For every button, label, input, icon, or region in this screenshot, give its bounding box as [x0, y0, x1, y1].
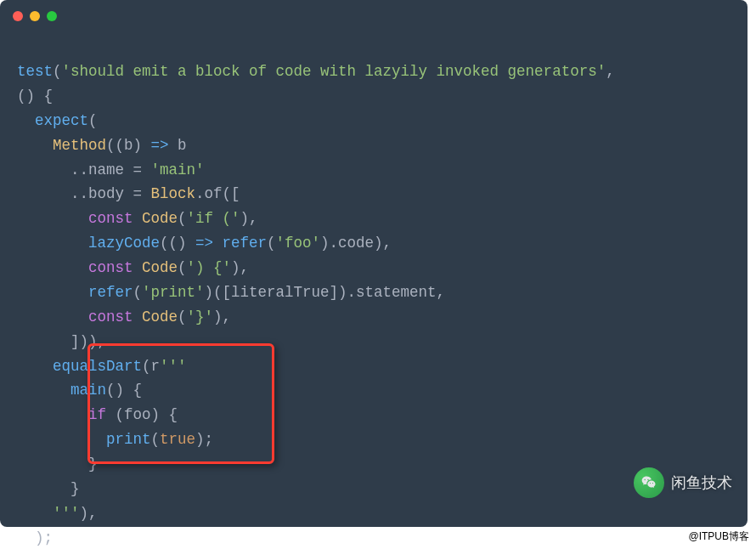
- token: ((b): [106, 137, 151, 154]
- close-icon[interactable]: [13, 11, 23, 21]
- token: '}': [187, 308, 214, 325]
- token: =>: [195, 235, 213, 252]
- token: Code: [133, 259, 178, 276]
- watermark-text: 闲鱼技术: [671, 473, 732, 493]
- token: const: [88, 210, 133, 227]
- token: (: [178, 259, 187, 276]
- wechat-icon: [634, 467, 664, 498]
- token: );: [195, 431, 213, 448]
- token: ),: [231, 259, 249, 276]
- token: ') {': [187, 259, 232, 276]
- token: ''': [160, 358, 187, 375]
- token: ])),: [17, 333, 106, 350]
- token: ),: [213, 308, 231, 325]
- token: [17, 259, 88, 276]
- token: ..name: [17, 161, 133, 178]
- token: )([literalTrue]).statement,: [205, 284, 446, 301]
- footnote: @ITPUB博客: [688, 529, 749, 544]
- token: true: [160, 431, 195, 448]
- token: (r: [142, 358, 160, 375]
- token: .of([: [195, 185, 240, 202]
- token: lazyCode: [17, 235, 160, 252]
- token: 'if (': [187, 210, 240, 227]
- token: ((): [160, 235, 195, 252]
- token: (: [178, 308, 187, 325]
- minimize-icon[interactable]: [30, 11, 40, 21]
- token: (: [133, 284, 143, 301]
- token: expect: [17, 112, 88, 129]
- token: 'main': [151, 161, 205, 178]
- token: (foo) {: [106, 406, 178, 423]
- token: () {: [106, 382, 142, 399]
- token: }: [17, 480, 80, 497]
- token: ''': [17, 505, 80, 522]
- token: (: [88, 112, 98, 129]
- watermark: 闲鱼技术: [634, 467, 732, 498]
- token: =>: [151, 137, 169, 154]
- token: const: [88, 259, 133, 276]
- token: (: [53, 63, 62, 80]
- token: ),: [80, 505, 98, 522]
- token: Code: [133, 308, 178, 325]
- token: if: [88, 406, 106, 423]
- token: (: [151, 431, 161, 448]
- token: Block: [151, 185, 196, 202]
- token: () {: [17, 88, 53, 105]
- token: ).code),: [320, 235, 392, 252]
- token: [17, 308, 88, 325]
- code-window: test('should emit a block of code with l…: [0, 0, 748, 527]
- token: }: [17, 456, 98, 473]
- token: Method: [17, 137, 106, 154]
- token: refer: [213, 235, 267, 252]
- window-controls: [13, 11, 57, 21]
- token: );: [17, 529, 53, 546]
- token: (: [267, 235, 276, 252]
- token: Code: [133, 210, 178, 227]
- token: =: [133, 161, 151, 178]
- token: ),: [240, 210, 258, 227]
- token: ..body: [17, 185, 133, 202]
- token: [17, 210, 88, 227]
- token: const: [88, 308, 133, 325]
- token: (: [178, 210, 187, 227]
- token: equalsDart: [17, 358, 142, 375]
- token: =: [133, 185, 151, 202]
- token: 'print': [142, 284, 205, 301]
- token: 'foo': [276, 235, 321, 252]
- token: [17, 406, 88, 423]
- token: main: [17, 382, 106, 399]
- token: test: [17, 63, 53, 80]
- token: refer: [17, 284, 133, 301]
- token: 'should emit a block of code with lazyil…: [62, 63, 606, 80]
- token: print: [17, 431, 151, 448]
- zoom-icon[interactable]: [47, 11, 57, 21]
- token: ,: [606, 63, 615, 80]
- token: b: [169, 137, 187, 154]
